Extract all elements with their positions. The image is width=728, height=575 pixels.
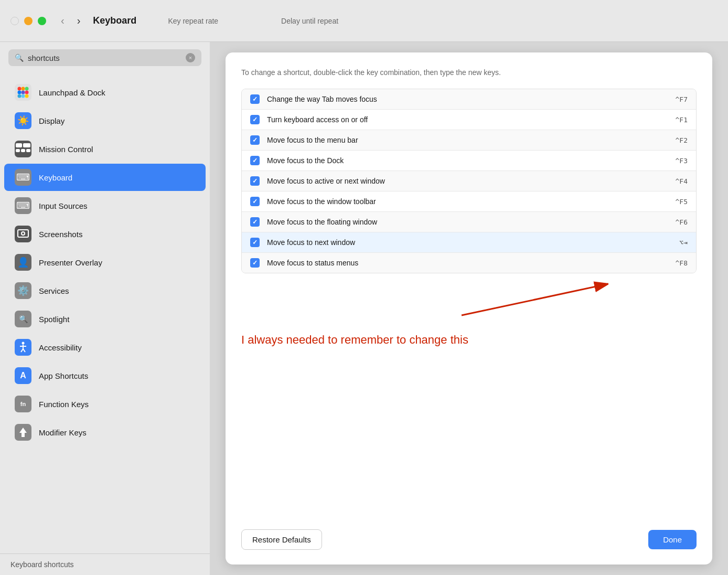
done-button[interactable]: Done xyxy=(648,530,697,549)
app-shortcuts-icon: A xyxy=(15,367,31,384)
app-shortcuts-label: App Shortcuts xyxy=(39,371,88,380)
shortcut-name-6: Move focus to the floating window xyxy=(267,218,668,226)
function-keys-label: Function Keys xyxy=(39,400,89,409)
svg-rect-12 xyxy=(16,149,20,152)
svg-point-3 xyxy=(25,87,29,91)
svg-point-5 xyxy=(22,91,25,94)
shortcut-row-1[interactable]: Turn keyboard access on or off ^F1 xyxy=(242,110,696,130)
svg-point-7 xyxy=(18,94,22,98)
svg-line-21 xyxy=(23,349,25,352)
svg-point-2 xyxy=(22,87,25,91)
shortcut-checkbox-3[interactable] xyxy=(250,156,260,165)
shortcut-keys-5: ^F5 xyxy=(676,198,688,206)
shortcut-row-4[interactable]: Move focus to active or next window ^F4 xyxy=(242,171,696,191)
sidebar-footer-text: Keyboard shortcuts xyxy=(10,560,74,569)
sidebar-item-accessibility[interactable]: Accessibility xyxy=(4,334,206,361)
input-sources-label: Input Sources xyxy=(39,201,88,210)
svg-point-4 xyxy=(18,91,22,94)
mission-control-icon xyxy=(15,141,31,157)
sidebar-footer: Keyboard shortcuts xyxy=(0,553,210,575)
shortcut-name-4: Move focus to active or next window xyxy=(267,177,668,185)
restore-defaults-button[interactable]: Restore Defaults xyxy=(241,529,322,550)
shortcut-checkbox-6[interactable] xyxy=(250,217,260,227)
shortcut-name-1: Turn keyboard access on or off xyxy=(267,115,668,124)
search-icon: 🔍 xyxy=(15,54,24,62)
svg-point-1 xyxy=(18,87,22,91)
shortcut-row-5[interactable]: Move focus to the window toolbar ^F5 xyxy=(242,191,696,212)
shortcut-checkbox-2[interactable] xyxy=(250,135,260,145)
panel-card: To change a shortcut, double-click the k… xyxy=(226,52,712,565)
annotation-arrow xyxy=(241,268,608,331)
shortcut-checkbox-1[interactable] xyxy=(250,115,260,124)
maximize-button[interactable] xyxy=(38,17,46,25)
sidebar-item-keyboard[interactable]: ⌨ Keyboard xyxy=(4,164,206,191)
services-icon: ⚙️ xyxy=(15,282,31,299)
shortcut-checkbox-7[interactable] xyxy=(250,238,260,247)
keyboard-icon: ⌨ xyxy=(15,169,31,186)
window-title: Keyboard xyxy=(93,15,136,26)
sidebar-nav: Launchpad & Dock ☀️ Display Mission Cont… xyxy=(0,73,210,553)
shortcut-checkbox-8[interactable] xyxy=(250,258,260,268)
minimize-button[interactable] xyxy=(24,17,33,25)
sidebar-item-input-sources[interactable]: ⌨ Input Sources xyxy=(4,192,206,219)
shortcut-row-6[interactable]: Move focus to the floating window ^F6 xyxy=(242,212,696,232)
back-button[interactable]: ‹ xyxy=(57,13,69,29)
sidebar: 🔍 shortcuts × xyxy=(0,42,210,575)
shortcut-checkbox-0[interactable] xyxy=(250,94,260,104)
shortcut-checkbox-5[interactable] xyxy=(250,197,260,206)
shortcut-name-5: Move focus to the window toolbar xyxy=(267,197,668,206)
shortcut-row-0[interactable]: Change the way Tab moves focus ^F7 xyxy=(242,89,696,110)
shortcut-keys-2: ^F2 xyxy=(676,136,688,144)
annotation-area: I always needed to remember to change th… xyxy=(241,284,697,347)
shortcut-row-2[interactable]: Move focus to the menu bar ^F2 xyxy=(242,130,696,151)
svg-point-6 xyxy=(25,91,29,94)
shortcut-keys-1: ^F1 xyxy=(676,116,688,124)
shortcut-name-3: Move focus to the Dock xyxy=(267,156,668,165)
sidebar-item-launchpad[interactable]: Launchpad & Dock xyxy=(4,79,206,106)
svg-rect-11 xyxy=(23,143,30,147)
services-label: Services xyxy=(39,286,69,295)
bottom-bar: Restore Defaults Done xyxy=(241,519,697,550)
window-controls xyxy=(10,17,46,25)
shortcut-keys-4: ^F4 xyxy=(676,177,688,185)
forward-button[interactable]: › xyxy=(73,13,85,29)
presenter-overlay-label: Presenter Overlay xyxy=(39,258,102,267)
search-input[interactable]: shortcuts xyxy=(28,54,181,62)
spotlight-icon: 🔍 xyxy=(15,311,31,327)
presenter-overlay-icon: 👤 xyxy=(15,254,31,271)
search-bar[interactable]: 🔍 shortcuts × xyxy=(8,49,201,66)
sidebar-item-function-keys[interactable]: fn Function Keys xyxy=(4,390,206,418)
sidebar-item-app-shortcuts[interactable]: A App Shortcuts xyxy=(4,362,206,389)
shortcut-name-2: Move focus to the menu bar xyxy=(267,136,668,144)
keyboard-label: Keyboard xyxy=(39,173,72,182)
svg-point-8 xyxy=(22,94,25,98)
annotation-text: I always needed to remember to change th… xyxy=(241,333,468,347)
shortcut-name-8: Move focus to status menus xyxy=(267,259,668,267)
sidebar-item-presenter-overlay[interactable]: 👤 Presenter Overlay xyxy=(4,249,206,276)
svg-point-9 xyxy=(25,94,29,98)
shortcut-keys-7: ⌥⇥ xyxy=(679,239,688,247)
modifier-keys-icon xyxy=(15,424,31,441)
sidebar-item-services[interactable]: ⚙️ Services xyxy=(4,277,206,304)
key-repeat-label: Key repeat rate xyxy=(168,17,218,25)
shortcut-row-3[interactable]: Move focus to the Dock ^F3 xyxy=(242,151,696,171)
close-button[interactable] xyxy=(10,17,19,25)
svg-marker-22 xyxy=(19,428,27,437)
shortcut-row-7[interactable]: Move focus to next window ⌥⇥ xyxy=(242,232,696,253)
sidebar-item-spotlight[interactable]: 🔍 Spotlight xyxy=(4,305,206,333)
shortcut-checkbox-4[interactable] xyxy=(250,176,260,186)
screenshots-label: Screenshots xyxy=(39,230,82,239)
sidebar-item-screenshots[interactable]: Screenshots xyxy=(4,220,206,248)
sidebar-item-mission-control[interactable]: Mission Control xyxy=(4,135,206,163)
sidebar-item-modifier-keys[interactable]: Modifier Keys xyxy=(4,419,206,446)
shortcut-keys-6: ^F6 xyxy=(676,218,688,226)
svg-line-24 xyxy=(462,284,608,315)
display-label: Display xyxy=(39,116,65,125)
spotlight-label: Spotlight xyxy=(39,315,69,324)
search-clear-button[interactable]: × xyxy=(186,53,195,62)
shortcut-name-0: Change the way Tab moves focus xyxy=(267,95,668,103)
svg-rect-15 xyxy=(18,230,28,237)
svg-rect-14 xyxy=(26,149,30,152)
launchpad-label: Launchpad & Dock xyxy=(39,88,105,97)
sidebar-item-display[interactable]: ☀️ Display xyxy=(4,107,206,134)
